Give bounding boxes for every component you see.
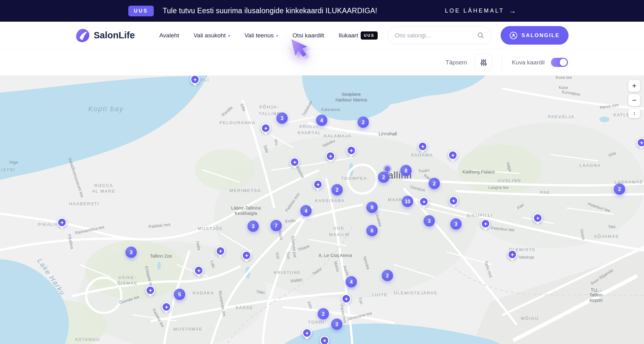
map-cluster-marker[interactable]: 3 bbox=[450, 218, 462, 230]
salongile-button[interactable]: SALONGILE bbox=[501, 26, 569, 45]
map-cluster-marker[interactable]: 4 bbox=[316, 115, 328, 126]
nav-vali-asukoht[interactable]: Vali asukoht ▾ bbox=[194, 32, 230, 39]
map-cluster-marker[interactable]: 2 bbox=[318, 308, 329, 320]
map-label: Virbi bbox=[607, 151, 616, 158]
map-toolbar: Täpsem Kuva kaardil bbox=[0, 49, 644, 75]
map-label: Kopli bay bbox=[88, 105, 124, 113]
banner-cta-label: LOE LÄHEMALT bbox=[445, 8, 504, 14]
nav-otsi-kaardilt[interactable]: Otsi kaardilt bbox=[292, 32, 324, 39]
map-cluster-marker[interactable]: 5 bbox=[174, 289, 186, 300]
map-pin-marker[interactable] bbox=[302, 328, 312, 340]
map-label: Tartu mnt bbox=[483, 260, 493, 278]
map-label: MERIMETSA bbox=[230, 188, 261, 193]
map-pin-marker[interactable] bbox=[326, 151, 335, 163]
map-label: KRISTIINE bbox=[274, 270, 301, 275]
map-label: Lake Harku bbox=[36, 257, 67, 297]
map-pin-marker[interactable] bbox=[320, 336, 329, 344]
map-label: Sõle bbox=[263, 144, 269, 153]
map-label: TLL - bbox=[591, 287, 601, 292]
person-icon bbox=[509, 31, 518, 40]
map-cluster-marker[interactable]: 3 bbox=[247, 221, 259, 232]
map-label: Suur-Sõjamäe bbox=[590, 268, 614, 286]
banner-uus-badge: UUS bbox=[128, 6, 154, 16]
map-cluster-marker[interactable]: 10 bbox=[402, 196, 414, 207]
map-label: AL MARE bbox=[92, 189, 115, 194]
map-label: VÄIKE- bbox=[118, 275, 136, 280]
map-label: KASSISABA bbox=[315, 198, 345, 203]
map-cluster-marker[interactable]: 2 bbox=[378, 172, 390, 183]
map-pin-marker[interactable] bbox=[216, 246, 225, 258]
map-pin-marker[interactable] bbox=[261, 123, 270, 135]
map-label: ASTANGU bbox=[75, 337, 100, 342]
map-label: Tala bbox=[608, 224, 615, 229]
map-cluster-marker[interactable]: 2 bbox=[331, 184, 343, 196]
map-cluster-marker[interactable]: 4 bbox=[346, 276, 357, 288]
map-dot-marker bbox=[385, 166, 390, 172]
promo-banner: UUS Tule tutvu Eesti suurima ilusalongid… bbox=[0, 0, 644, 22]
map-pin-marker[interactable] bbox=[448, 150, 458, 162]
map-cluster-marker[interactable]: 3 bbox=[424, 215, 435, 227]
nav-vali-teenus[interactable]: Vali teenus ▾ bbox=[245, 32, 278, 39]
map-pin-marker[interactable] bbox=[242, 251, 251, 263]
map-pin-marker[interactable] bbox=[57, 218, 67, 230]
map-label: Marta bbox=[333, 261, 341, 272]
salon-pin-icon bbox=[448, 150, 458, 160]
search-input[interactable] bbox=[395, 32, 474, 39]
map-pin-marker[interactable] bbox=[481, 219, 490, 231]
nav-ilukaart[interactable]: Ilukaart UUS bbox=[339, 31, 378, 40]
map-label: KALAMAJA bbox=[324, 134, 352, 138]
map-cluster-marker[interactable]: 7 bbox=[270, 220, 282, 232]
map-pin-marker[interactable] bbox=[194, 266, 203, 278]
banner-cta-link[interactable]: LOE LÄHEMALT → bbox=[445, 7, 516, 15]
map-pin-marker[interactable] bbox=[313, 180, 323, 192]
map-label: Räägu bbox=[290, 277, 303, 283]
map-pin-marker[interactable] bbox=[162, 302, 171, 314]
map-pin-marker[interactable] bbox=[341, 294, 351, 306]
map-cluster-marker[interactable]: 2 bbox=[382, 270, 393, 281]
map-pin-marker[interactable] bbox=[533, 213, 542, 225]
salon-search[interactable] bbox=[387, 26, 492, 44]
map-cluster-marker[interactable]: 2 bbox=[358, 117, 369, 128]
map-pin-marker[interactable] bbox=[290, 157, 299, 169]
map-label: PAE bbox=[540, 190, 551, 195]
nav-label: Otsi kaardilt bbox=[292, 32, 324, 39]
map-pin-marker[interactable] bbox=[146, 286, 155, 298]
salon-pin-icon bbox=[481, 219, 490, 228]
arrow-right-icon: → bbox=[509, 7, 516, 15]
map-label: Tildri bbox=[256, 289, 265, 295]
salon-pin-icon bbox=[313, 180, 323, 189]
map-cluster-marker[interactable]: 9 bbox=[366, 202, 378, 213]
map-label: Rannamõisa tee bbox=[75, 225, 105, 235]
zoom-out-button[interactable]: − bbox=[628, 94, 640, 106]
map-pin-marker[interactable] bbox=[419, 197, 429, 209]
map-cluster-marker[interactable]: 8 bbox=[400, 165, 412, 177]
search-icon[interactable] bbox=[477, 32, 485, 39]
map-cluster-marker[interactable]: 3 bbox=[331, 319, 343, 330]
map-label: LUITE bbox=[372, 292, 387, 297]
map-label: Tihase bbox=[297, 243, 310, 252]
main-nav: Avaleht Vali asukoht ▾ Vali teenus ▾ Ots… bbox=[159, 31, 378, 40]
map-toggle[interactable] bbox=[551, 58, 568, 67]
filter-button[interactable] bbox=[475, 53, 492, 71]
map-pin-marker[interactable] bbox=[418, 142, 427, 154]
map-cluster-marker[interactable]: 2 bbox=[614, 183, 625, 195]
map-pin-marker[interactable] bbox=[190, 75, 200, 87]
nav-avaleht[interactable]: Avaleht bbox=[159, 32, 179, 39]
map-cluster-marker[interactable]: 3 bbox=[125, 247, 137, 258]
map-canvas[interactable]: KOPLIKopli bayPÕHJA-TALLINNPELGURANNAKRU… bbox=[0, 75, 644, 344]
map-label: PÕHJA- bbox=[259, 105, 279, 109]
map-cluster-marker[interactable]: 2 bbox=[429, 178, 440, 189]
salon-pin-icon bbox=[190, 75, 200, 84]
map-label: PELGURANNA bbox=[219, 120, 255, 125]
map-label: ROCCA bbox=[94, 183, 113, 188]
map-pin-marker[interactable] bbox=[508, 250, 517, 262]
map-cluster-marker[interactable]: 3 bbox=[276, 112, 288, 124]
pitch-control-button[interactable]: ↕ bbox=[628, 109, 640, 118]
map-pin-marker[interactable] bbox=[347, 146, 356, 158]
zoom-in-button[interactable]: + bbox=[628, 80, 640, 92]
map-pin-marker[interactable] bbox=[637, 138, 644, 150]
map-cluster-marker[interactable]: 6 bbox=[366, 225, 378, 237]
map-cluster-marker[interactable]: 4 bbox=[300, 205, 312, 217]
map-pin-marker[interactable] bbox=[449, 196, 458, 208]
brand-logo[interactable]: SalonLife bbox=[75, 28, 135, 43]
